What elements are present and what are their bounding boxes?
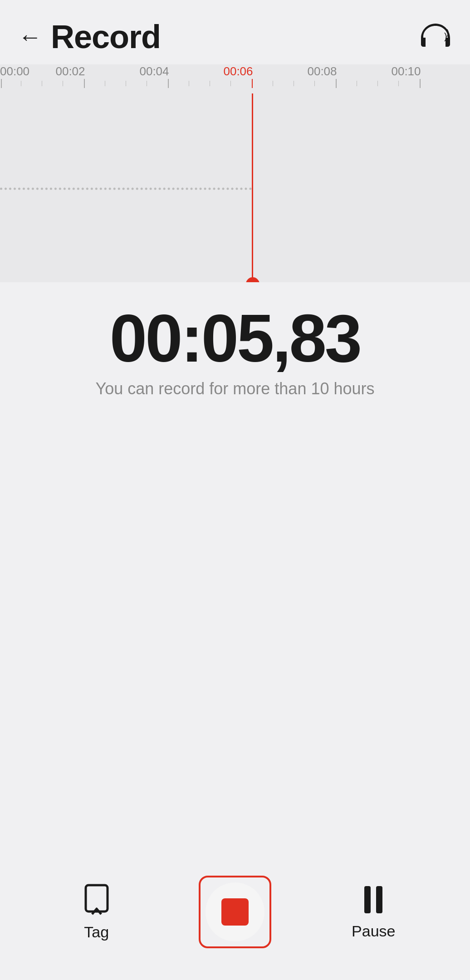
header: ← Record ) ) [0,0,470,64]
ruler-label-6: 00:06 [223,64,253,78]
stop-button-circle [206,882,264,941]
ruler-label-0: 00:00 [0,64,29,78]
waveform-area [0,93,470,282]
bottom-toolbar: Tag Pause [0,862,470,980]
timeline-area: 00:00 00:02 00:04 00:06 00:08 00:10 [0,64,470,282]
playhead-line [252,93,253,282]
ruler: 00:00 00:02 00:04 00:06 00:08 00:10 [0,64,470,93]
ruler-label-10: 00:10 [391,64,421,78]
headphones-button[interactable]: ) ) [419,22,452,51]
minor-tick [126,81,126,86]
ruler-tick-10 [420,79,421,88]
ruler-tick-4 [168,79,169,88]
minor-tick [105,81,105,86]
ruler-label-2: 00:02 [55,64,85,78]
back-button[interactable]: ← [18,25,42,49]
pause-bar-right [376,886,382,913]
page-title: Record [51,18,161,55]
tag-icon [81,883,112,916]
minor-tick [398,81,399,86]
minor-tick [189,81,189,86]
pause-bar-left [364,886,371,913]
svg-text:): ) [446,28,449,37]
ruler-label-4: 00:04 [139,64,169,78]
minor-tick [377,81,378,86]
tag-button[interactable]: Tag [27,883,166,941]
minor-tick [314,81,315,86]
time-counter-section: 00:05,83 You can record for more than 10… [0,282,470,407]
minor-tick [42,81,42,86]
svg-rect-2 [86,885,108,911]
pause-icon [358,884,389,915]
ruler-tick-8 [336,79,337,88]
minor-tick [273,81,273,86]
ruler-tick-2 [84,79,85,88]
waveform-line [0,188,252,190]
time-display: 00:05,83 [110,305,360,372]
minor-tick [63,81,63,86]
tag-label: Tag [84,923,109,941]
header-left: ← Record [18,18,161,55]
stop-button-wrapper [166,876,304,948]
ruler-label-8: 00:08 [307,64,337,78]
record-info-text: You can record for more than 10 hours [95,379,374,398]
stop-icon [221,898,249,926]
ruler-tick-6 [252,79,253,88]
headphones-monitor-icon: ) ) [419,22,452,49]
playhead-dot [246,277,259,282]
minor-tick [294,81,294,86]
pause-button[interactable]: Pause [304,884,443,940]
minor-tick [230,81,231,86]
minor-tick [147,81,147,86]
stop-button[interactable] [199,876,271,948]
minor-tick [21,81,21,86]
minor-tick [210,81,210,86]
ruler-tick-0 [1,79,2,88]
pause-label: Pause [352,922,395,940]
back-arrow-icon: ← [18,25,42,49]
minor-tick [357,81,357,86]
